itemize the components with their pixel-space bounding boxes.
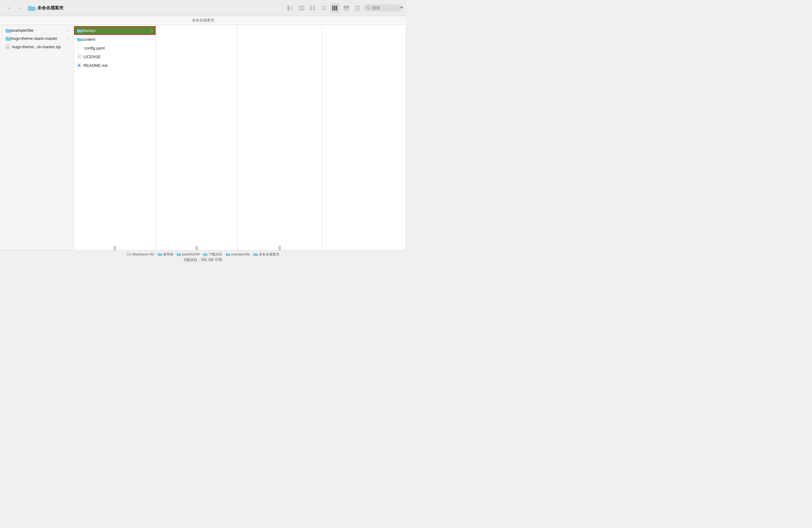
file-row-readme[interactable]: README.md [74,61,156,70]
sidebar-chevron-examplesite: › [67,29,68,32]
statusbar-info: 0個項目，391 GB 可用 [184,257,222,262]
path-item-unnamed[interactable]: 未命名檔案夾 [253,252,279,257]
path-item-users[interactable]: 使用者 [158,252,173,257]
svg-rect-32 [7,44,9,45]
folder-icon-path [158,253,162,256]
svg-rect-55 [253,253,256,254]
file-label-config: config.yaml [84,46,153,51]
file-row-config[interactable]: ! config.yaml [74,44,156,52]
svg-rect-18 [348,9,349,11]
path-label-macintosh: Macintosh HD [132,252,154,256]
file-label-readme: README.md [83,63,153,68]
column-pane-1: themes › content › ! config.yaml [74,25,156,250]
forward-button[interactable]: › [16,4,24,12]
svg-rect-14 [336,5,337,11]
file-label-content: content [82,37,150,42]
sidebar-label-hugo-theme: hugo-theme-stack-master [11,36,67,41]
svg-text:ZIP: ZIP [6,47,9,48]
delete-button[interactable] [352,3,362,13]
svg-rect-15 [344,5,349,9]
svg-rect-30 [5,37,8,38]
svg-rect-8 [313,9,315,10]
md-file-icon [77,63,81,68]
svg-rect-47 [158,253,160,254]
titlebar-folder-icon [28,5,35,11]
path-label-user: jack842248 [182,252,200,256]
svg-rect-10 [321,8,327,9]
svg-line-26 [369,9,371,10]
column-resize-1[interactable] [114,246,116,250]
path-sep-3: › [201,252,202,256]
folder-icon-themes [77,29,82,33]
folder-icon-path-unnamed [253,253,258,256]
search-input[interactable] [372,5,397,10]
subtitle-text: 未命名檔案夾 [192,18,214,23]
file-row-content[interactable]: content › [74,35,156,44]
svg-rect-2 [288,5,289,11]
svg-rect-1 [28,6,31,7]
gallery-view-button[interactable] [341,3,351,13]
path-label-examplesite: exampleSite [231,252,250,256]
file-row-license[interactable]: LICENSE [74,52,156,61]
path-label-users: 使用者 [163,252,173,257]
file-row-themes[interactable]: themes › [74,26,156,35]
svg-rect-9 [321,6,327,7]
search-box[interactable] [364,4,401,12]
text-file-icon [77,54,81,59]
column-pane-3 [238,25,322,250]
pathbar-button[interactable] [296,3,306,13]
path-item-downloads[interactable]: 下載項目 [203,252,222,257]
nav-buttons: ‹ › [5,4,24,12]
sidebar-item-hugo-theme[interactable]: hugo-theme-stack-master › [2,34,72,42]
sidebar-item-zip[interactable]: ZIP hugo-theme...ck-master.zip [2,43,72,51]
sidebar-toggle-icon [288,5,293,11]
path-sep-2: › [175,252,176,256]
folder-icon-path-user [177,253,181,256]
folder-icon [5,28,11,33]
add-tab-button[interactable]: + [397,3,406,12]
file-label-license: LICENSE [83,55,153,59]
main-content: exampleSite › hugo-theme-stack-master › … [0,25,406,250]
toolbar-tools [285,3,401,13]
path-sep-5: › [251,252,252,256]
svg-rect-28 [5,29,8,30]
svg-rect-53 [226,253,228,254]
sidebar-chevron-hugo-theme: › [67,37,68,41]
svg-rect-5 [310,6,312,8]
path-item-macintosh[interactable]: Macintosh HD [127,252,154,256]
gallery-view-icon [344,5,349,11]
svg-rect-12 [332,5,334,11]
svg-rect-4 [299,6,304,10]
column-resize-3[interactable] [278,246,281,250]
drive-icon [127,252,132,256]
sidebar-toggle-button[interactable] [285,3,295,13]
back-button[interactable]: ‹ [5,4,14,12]
svg-rect-6 [313,6,315,8]
statusbar: Macintosh HD › 使用者 › jack842248 › [0,250,406,264]
column-pane-2 [156,25,238,250]
column-resize-2[interactable] [195,246,198,250]
column-view-icon [332,5,338,11]
sidebar-item-examplesite[interactable]: exampleSite › [2,26,72,34]
icon-view-button[interactable] [308,3,318,13]
icon-view-icon [310,5,316,11]
path-label-unnamed: 未命名檔案夾 [259,252,279,257]
statusbar-path: Macintosh HD › 使用者 › jack842248 › [127,252,279,257]
trash-icon [355,5,360,11]
file-chevron-content: › [151,37,153,41]
column-view-button[interactable] [330,3,340,13]
zip-icon: ZIP [5,44,10,49]
svg-rect-11 [321,9,327,10]
svg-rect-49 [177,253,178,254]
list-view-icon [321,5,327,11]
svg-rect-7 [310,9,312,10]
path-item-user[interactable]: jack842248 [177,252,200,256]
column-view: themes › content › ! config.yaml [74,25,406,250]
svg-point-25 [367,6,369,9]
list-view-button[interactable] [319,3,329,13]
svg-rect-17 [346,9,347,11]
file-label-themes: themes [82,28,150,33]
path-item-examplesite[interactable]: exampleSite [226,252,250,256]
sidebar-label-zip: hugo-theme...ck-master.zip [12,44,68,49]
svg-rect-51 [203,253,205,254]
